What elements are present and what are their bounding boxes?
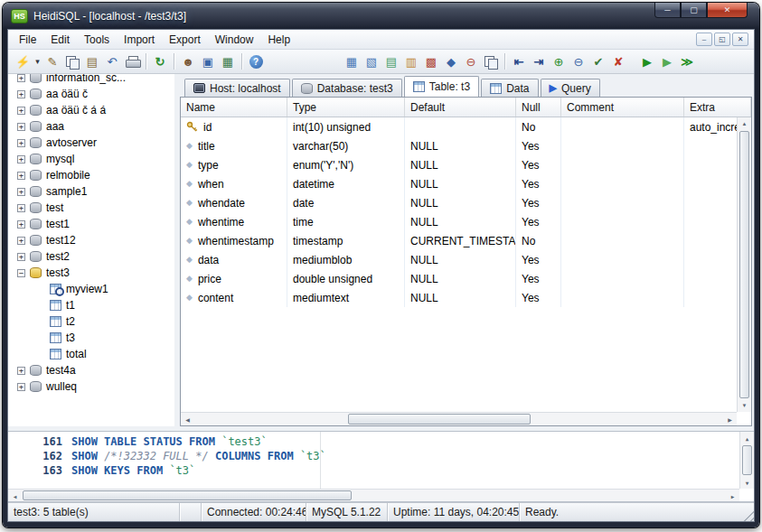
expander-icon[interactable]: + [17, 204, 25, 212]
titlebar[interactable]: HS HeidiSQL - [localhost - /test3/t3] ─ … [7, 3, 755, 29]
tree-item-test3[interactable]: −test3 [8, 265, 174, 281]
expander-icon[interactable]: + [17, 172, 25, 180]
user-manager-icon[interactable]: ☻ [178, 51, 198, 71]
column-header-default[interactable]: Default [405, 98, 516, 117]
app-logo-icon[interactable]: HS [11, 9, 28, 23]
menu-export[interactable]: Export [162, 32, 208, 48]
scrollbar-thumb[interactable] [739, 131, 749, 398]
mdi-close-button[interactable]: ✕ [732, 33, 748, 46]
tree-item-wulleq[interactable]: +wulleq [8, 378, 174, 395]
connect-icon[interactable]: ⚡ [13, 51, 33, 71]
add-field-icon[interactable]: ◆ [441, 51, 461, 71]
tree-item-test4a[interactable]: +test4a [8, 362, 174, 378]
table-row[interactable]: ◆data mediumblob NULL Yes [181, 250, 737, 269]
expander-icon[interactable]: + [17, 139, 25, 147]
maximize-button[interactable]: ▢ [681, 3, 707, 18]
tree-item-test12[interactable]: +test12 [8, 232, 174, 248]
column-header-name[interactable]: Name [181, 98, 287, 117]
tree-item-sample1[interactable]: +sample1 [8, 183, 174, 200]
duplicate-icon[interactable] [481, 51, 501, 71]
paste-icon[interactable]: ▤ [82, 51, 102, 71]
menu-import[interactable]: Import [117, 32, 162, 48]
refresh-icon[interactable]: ↻ [150, 51, 170, 71]
help-icon[interactable]: ? [246, 51, 266, 71]
mdi-minimize-button[interactable]: – [696, 33, 712, 46]
grid-vertical-scrollbar[interactable]: ▲ ▼ [737, 117, 751, 412]
scroll-left-icon[interactable]: ◀ [8, 490, 22, 502]
empty-table-icon[interactable]: ▥ [401, 51, 421, 71]
table-row[interactable]: ◆whentime time NULL Yes [181, 212, 737, 231]
column-header-comment[interactable]: Comment [561, 98, 684, 117]
tree-item-information-schema[interactable]: +information_sc... [8, 74, 174, 86]
minimize-button[interactable]: ─ [654, 3, 681, 18]
table-keys-icon[interactable]: ▤ [381, 51, 401, 71]
mdi-restore-button[interactable]: ◱ [714, 33, 730, 46]
table-row[interactable]: ◆whendate date NULL Yes [181, 193, 737, 212]
insert-record-icon[interactable]: ⊕ [549, 51, 569, 71]
tree-item-mysql[interactable]: +mysql [8, 151, 174, 167]
log-horizontal-scrollbar[interactable]: ◀ ▶ [8, 489, 739, 501]
menu-tools[interactable]: Tools [77, 32, 117, 48]
expander-icon[interactable]: + [17, 237, 25, 245]
scroll-down-icon[interactable]: ▼ [738, 399, 751, 412]
expander-icon[interactable]: + [17, 90, 25, 98]
execute-sql-icon[interactable]: ▶ [637, 51, 657, 71]
menu-edit[interactable]: Edit [43, 32, 77, 48]
new-query-icon[interactable]: ✎ [42, 51, 62, 71]
copy-icon[interactable] [62, 51, 82, 71]
last-record-icon[interactable]: ⇥ [529, 51, 549, 71]
log-vertical-scrollbar[interactable]: ▲ ▼ [739, 432, 754, 489]
undo-icon[interactable]: ↶ [102, 51, 122, 71]
connect-dropdown-icon[interactable]: ▾ [33, 51, 42, 71]
tab-data[interactable]: Data [481, 79, 538, 97]
create-table-icon[interactable]: ▦ [342, 51, 362, 71]
menu-window[interactable]: Window [208, 32, 261, 48]
tab-table[interactable]: Table: t3 [404, 76, 479, 97]
insert-files-icon[interactable]: ▣ [198, 51, 218, 71]
table-row[interactable]: ◆type enum('Y','N') NULL Yes [181, 155, 737, 174]
menu-file[interactable]: File [12, 32, 43, 48]
expander-icon[interactable]: + [17, 383, 25, 391]
table-row[interactable]: ◆title varchar(50) NULL Yes [181, 136, 737, 155]
column-header-type[interactable]: Type [287, 98, 405, 117]
tab-host[interactable]: Host: localhost [184, 79, 290, 97]
database-tree[interactable]: +information_sc... +aa öäü č +aa öäü č á… [8, 74, 174, 426]
scrollbar-thumb[interactable] [348, 414, 532, 425]
edit-table-icon[interactable]: ▧ [362, 51, 381, 71]
scroll-right-icon[interactable]: ▶ [723, 413, 737, 425]
scroll-down-icon[interactable]: ▼ [740, 476, 754, 489]
print-icon[interactable] [122, 51, 142, 71]
table-row[interactable]: ◆whentimestamp timestamp CURRENT_TIMESTA… [181, 231, 737, 250]
first-record-icon[interactable]: ⇤ [509, 51, 529, 71]
tree-item-myview1[interactable]: myview1 [8, 281, 174, 297]
expander-icon[interactable]: + [17, 74, 25, 82]
cancel-editing-icon[interactable]: ✘ [608, 51, 628, 71]
post-changes-icon[interactable]: ✔ [588, 51, 608, 71]
tree-item-aa-db-2[interactable]: +aa öäü č á á [8, 102, 174, 118]
tree-item-avtoserver[interactable]: +avtoserver [8, 135, 174, 151]
expander-icon[interactable]: + [17, 253, 25, 261]
scrollbar-thumb[interactable] [23, 490, 352, 500]
menu-help[interactable]: Help [260, 32, 297, 48]
tree-item-test2[interactable]: +test2 [8, 248, 174, 265]
tab-query[interactable]: ▶Query [541, 79, 600, 97]
expander-icon[interactable]: + [17, 107, 25, 115]
sql-log[interactable]: 161SHOW TABLE STATUS FROM `test3` 162SHO… [8, 431, 754, 502]
execute-selection-icon[interactable]: ▶ [657, 51, 677, 71]
resize-grip[interactable] [740, 508, 754, 521]
drop-table-icon[interactable]: ▩ [421, 51, 441, 71]
scroll-up-icon[interactable]: ▲ [740, 432, 754, 444]
table-row[interactable]: ◆price double unsigned NULL Yes [181, 269, 737, 288]
table-row[interactable]: ◆content mediumtext NULL Yes [181, 288, 737, 307]
expander-icon[interactable]: + [17, 123, 25, 131]
tree-item-relmobile[interactable]: +relmobile [8, 167, 174, 183]
tab-database[interactable]: Database: test3 [292, 79, 402, 97]
table-row[interactable]: id int(10) unsigned No auto_increment [181, 117, 737, 136]
tree-item-t2[interactable]: t2 [8, 313, 174, 330]
tree-item-aa-db[interactable]: +aa öäü č [8, 86, 174, 102]
scroll-right-icon[interactable]: ▶ [726, 490, 739, 502]
tree-item-t1[interactable]: t1 [8, 297, 174, 313]
scroll-left-icon[interactable]: ◀ [181, 413, 194, 425]
tree-item-aaa[interactable]: +aaa [8, 118, 174, 135]
tree-item-test1[interactable]: +test1 [8, 216, 174, 232]
